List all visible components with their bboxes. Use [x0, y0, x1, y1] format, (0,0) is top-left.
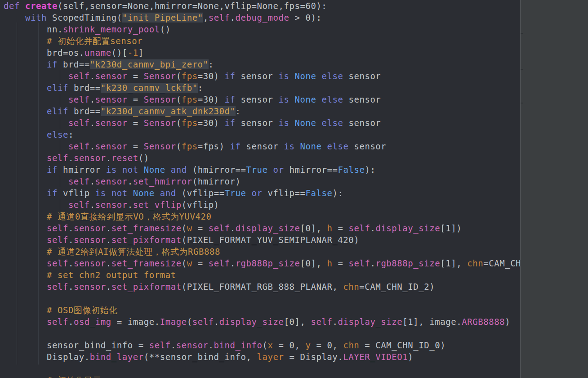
code-token: if [225, 94, 236, 104]
code-token [4, 130, 47, 140]
code-token: self [68, 118, 90, 128]
code-token: self [47, 235, 68, 245]
panel-tick [521, 69, 523, 70]
code-token [4, 282, 47, 292]
comment-token: # set chn2 output format [47, 270, 176, 280]
code-token [4, 188, 47, 198]
code-token [165, 165, 171, 175]
code-token: self [209, 13, 230, 22]
code-token: (PIXEL_FORMAT_YUV_SEMIPLANAR_420) [182, 235, 360, 245]
code-token: is [279, 94, 290, 104]
code-token: layer [257, 352, 284, 362]
code-token: bind_layer [90, 352, 144, 362]
code-token: "init PipeLine" [122, 13, 203, 22]
code-token: else [47, 130, 68, 140]
code-token: (PIXEL_FORMAT_RGB_888_PLANAR, [182, 282, 343, 292]
code-token [4, 94, 68, 104]
code-token [4, 118, 68, 128]
code-token: display_size [338, 317, 402, 327]
code-token: ( [182, 258, 187, 268]
code-token: sensor [176, 340, 209, 350]
panel-tick [521, 33, 523, 34]
code-token: osd_img [74, 317, 111, 327]
code-token: ) [505, 317, 510, 327]
code-token: self [348, 258, 370, 268]
code-token: sensor_bind_info = [4, 340, 149, 350]
code-token: : [236, 106, 241, 116]
code-token [316, 71, 321, 81]
code-token: "k230d_canmv_bpi_zero" [90, 59, 209, 69]
code-token: sensor [95, 118, 128, 128]
code-token: brd== [58, 59, 90, 69]
code-token [4, 270, 47, 280]
code-line: # 通道0直接给到显示VO，格式为YUV420 [4, 211, 211, 222]
code-token: sensor [95, 94, 128, 104]
code-token: [0], [300, 258, 327, 268]
code-token [4, 59, 47, 69]
code-token: and [171, 165, 187, 175]
code-token: . [370, 223, 375, 233]
code-token: vflip [58, 188, 95, 198]
code-token: rgb888p_size [236, 258, 300, 268]
code-line: self.sensor.set_pixformat(PIXEL_FORMAT_R… [4, 281, 435, 292]
code-token: fps [182, 71, 198, 81]
code-token: sensor [236, 94, 279, 104]
code-token: self [348, 223, 370, 233]
code-token: sensor [241, 141, 284, 151]
code-token: . [370, 258, 375, 268]
code-token: sensor [236, 118, 279, 128]
code-token [4, 317, 47, 327]
code-token: (hmirror) [192, 176, 241, 186]
code-token: -1 [128, 48, 138, 58]
code-token: = image. [111, 317, 160, 327]
code-token: self [68, 200, 90, 210]
code-token [268, 165, 273, 175]
code-token: sensor [348, 141, 386, 151]
code-token: ARGB8888 [462, 317, 505, 327]
panel-tick [521, 103, 523, 104]
code-line: elif brd=="k230_canmv_lckfb": [4, 82, 203, 94]
code-token [4, 200, 68, 210]
code-token: rgb888p_size [375, 258, 440, 268]
code-token [4, 106, 47, 116]
code-token: None [133, 188, 155, 198]
code-line: self.sensor.set_framesize(w = self.rgb88… [4, 257, 520, 269]
code-token: "k230d_canmv_atk_dnk230d" [101, 106, 236, 116]
code-token: not [122, 165, 138, 175]
code-token: self [47, 153, 68, 163]
comment-token: # 通道0直接给到显示VO，格式为YUV420 [47, 212, 211, 221]
code-token [4, 13, 25, 22]
code-token: self [209, 258, 230, 268]
code-line: # 通道2给到AI做算法处理，格式为RGB888 [4, 246, 220, 257]
code-token: reset [111, 153, 138, 163]
code-token: with [25, 13, 47, 22]
code-area[interactable]: def create(self,sensor=None,hmirror=None… [0, 0, 520, 378]
code-token: brd=os. [4, 48, 85, 58]
code-token: . [90, 71, 95, 81]
code-token: self [311, 317, 332, 327]
code-token: . [90, 200, 95, 210]
code-token: = [128, 71, 144, 81]
code-token: display_size [236, 223, 300, 233]
code-token [290, 71, 295, 81]
code-token: set_pixformat [111, 282, 182, 292]
code-token: fps [182, 118, 198, 128]
code-token: sensor [74, 153, 106, 163]
code-token: . [332, 317, 338, 327]
code-token: = [192, 258, 209, 268]
code-token [316, 118, 321, 128]
code-token: self [68, 141, 90, 151]
code-token: ( [263, 340, 268, 350]
code-token: : [68, 130, 74, 140]
scrollbar-track[interactable] [520, 0, 588, 378]
code-token: is [279, 118, 290, 128]
code-token: . [209, 340, 214, 350]
indent-guide [17, 22, 17, 364]
code-token [4, 141, 68, 151]
code-token: h [327, 223, 332, 233]
code-token: . [128, 200, 133, 210]
code-token: self [192, 317, 214, 327]
code-token: is [284, 141, 295, 151]
code-token: None [295, 94, 316, 104]
code-token [290, 94, 295, 104]
